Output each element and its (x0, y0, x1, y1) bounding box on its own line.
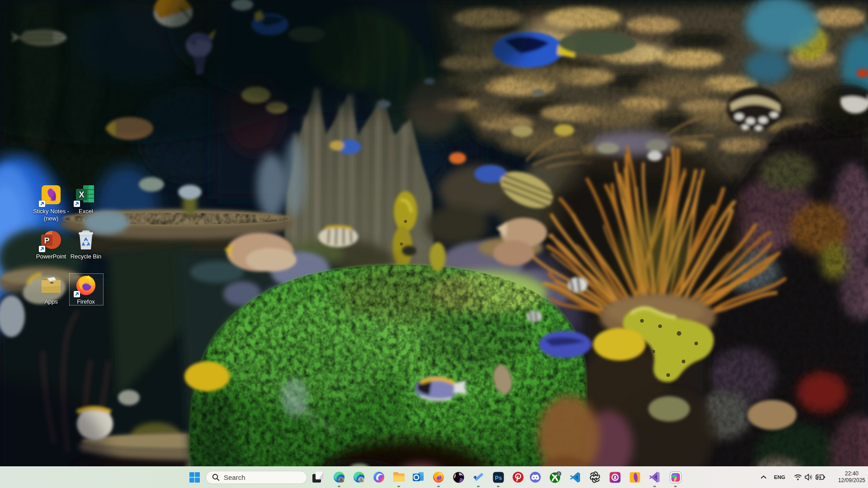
svg-text:X: X (79, 190, 84, 199)
svg-text:Ps: Ps (495, 474, 501, 481)
svg-text:2: 2 (557, 471, 560, 476)
svg-text:P: P (44, 236, 49, 245)
